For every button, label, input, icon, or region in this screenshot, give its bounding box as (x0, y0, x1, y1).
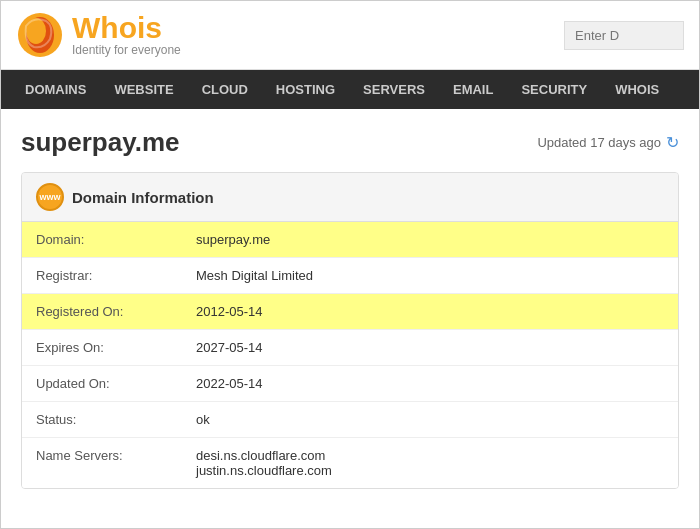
header: Whois Identity for everyone (1, 1, 699, 70)
header-search-input[interactable] (564, 21, 684, 50)
nav-item-email[interactable]: EMAIL (439, 70, 507, 109)
main-nav: DOMAINSWEBSITECLOUDHOSTINGSERVERSEMAILSE… (1, 70, 699, 109)
logo-text: Whois Identity for everyone (72, 13, 181, 57)
nav-item-website[interactable]: WEBSITE (100, 70, 187, 109)
info-value-3: 2027-05-14 (182, 330, 678, 365)
updated-info: Updated 17 days ago ↻ (537, 133, 679, 152)
refresh-icon[interactable]: ↻ (666, 133, 679, 152)
card-header: www Domain Information (22, 173, 678, 222)
info-value-0: superpay.me (182, 222, 678, 257)
info-label-0: Domain: (22, 222, 182, 257)
nav-item-cloud[interactable]: CLOUD (188, 70, 262, 109)
logo-area: Whois Identity for everyone (16, 11, 181, 59)
info-value-1: Mesh Digital Limited (182, 258, 678, 293)
www-badge: www (36, 183, 64, 211)
nav-item-whois[interactable]: WHOIS (601, 70, 673, 109)
info-label-5: Status: (22, 402, 182, 437)
info-row-0: Domain:superpay.me (22, 222, 678, 258)
info-row-6: Name Servers:desi.ns.cloudflare.com just… (22, 438, 678, 488)
info-label-2: Registered On: (22, 294, 182, 329)
domain-info-card: www Domain Information Domain:superpay.m… (21, 172, 679, 489)
info-table: Domain:superpay.meRegistrar:Mesh Digital… (22, 222, 678, 488)
domain-title-row: superpay.me Updated 17 days ago ↻ (21, 127, 679, 158)
info-value-6: desi.ns.cloudflare.com justin.ns.cloudfl… (182, 438, 678, 488)
info-label-6: Name Servers: (22, 438, 182, 488)
domain-title: superpay.me (21, 127, 179, 158)
info-row-5: Status:ok (22, 402, 678, 438)
info-value-5: ok (182, 402, 678, 437)
nav-item-security[interactable]: SECURITY (507, 70, 601, 109)
info-value-4: 2022-05-14 (182, 366, 678, 401)
info-label-1: Registrar: (22, 258, 182, 293)
info-row-2: Registered On:2012-05-14 (22, 294, 678, 330)
info-label-4: Updated On: (22, 366, 182, 401)
info-value-2: 2012-05-14 (182, 294, 678, 329)
logo-name: Whois (72, 13, 181, 43)
nav-item-domains[interactable]: DOMAINS (11, 70, 100, 109)
logo-tagline: Identity for everyone (72, 43, 181, 57)
info-label-3: Expires On: (22, 330, 182, 365)
info-row-3: Expires On:2027-05-14 (22, 330, 678, 366)
nav-item-servers[interactable]: SERVERS (349, 70, 439, 109)
info-row-4: Updated On:2022-05-14 (22, 366, 678, 402)
card-title: Domain Information (72, 189, 214, 206)
main-content: superpay.me Updated 17 days ago ↻ www Do… (1, 109, 699, 507)
nav-item-hosting[interactable]: HOSTING (262, 70, 349, 109)
updated-text: Updated 17 days ago (537, 135, 661, 150)
info-row-1: Registrar:Mesh Digital Limited (22, 258, 678, 294)
logo-icon (16, 11, 64, 59)
